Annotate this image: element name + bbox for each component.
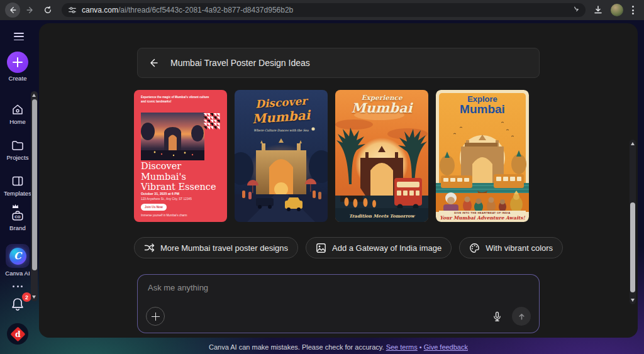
poster4-title-line2: Mumbai (436, 102, 529, 116)
mic-button[interactable] (487, 307, 506, 326)
shuffle-icon (144, 243, 155, 253)
back-arrow-icon[interactable] (148, 57, 159, 69)
sidebar-scrollbar-thumb[interactable] (32, 99, 37, 270)
microphone-icon (492, 311, 502, 322)
home-icon (11, 102, 25, 116)
footer-separator: • (419, 343, 422, 351)
address-bar[interactable]: canva.com/ai/thread/6cf5443c-2081-4a92-b… (62, 3, 586, 17)
poster-night-retro[interactable]: Discover Mumbai Where Culture Dances wit… (235, 90, 328, 222)
scroll-down-arrow[interactable] (32, 296, 36, 299)
suggestion-chips: More Mumbai travel poster designs Add a … (134, 237, 563, 258)
sidebar-item-canva-ai[interactable]: C Canva AI (0, 244, 35, 277)
thread-title: Mumbai Travel Poster Design Ideas (170, 58, 310, 68)
sidebar: Create Home Projects Templates (0, 20, 35, 354)
sidebar-item-home[interactable]: Home (0, 102, 35, 125)
poster4-tagline-script: Your Mumbai Adventure Awaits! (436, 215, 529, 221)
notification-badge: 2 (22, 292, 31, 302)
browser-profile-avatar[interactable] (611, 4, 623, 16)
scroll-up-arrow[interactable] (631, 142, 635, 145)
prompt-input[interactable] (148, 283, 450, 292)
poster1-intro: Experience the magic of Mumbai's vibrant… (141, 95, 211, 104)
screen: canva.com/ai/thread/6cf5443c-2081-4a92-b… (0, 0, 644, 354)
thread-scrollbar-thumb[interactable] (630, 202, 635, 292)
sidebar-item-templates[interactable]: Templates (0, 174, 35, 197)
arrow-up-icon (517, 312, 526, 321)
palette-icon (469, 243, 480, 253)
chip-vibrant-colors[interactable]: With vibrant colors (459, 237, 563, 258)
arrow-right-icon (26, 6, 35, 14)
give-feedback-link[interactable]: Give feedback (424, 343, 468, 351)
create-label: Create (8, 75, 26, 82)
poster-sunset-retro[interactable]: Experience Mumbai Tradition Meets Tomorr… (335, 90, 428, 222)
brand-kit-icon: CO (11, 209, 25, 223)
chip-more-designs[interactable]: More Mumbai travel poster designs (134, 237, 298, 258)
create-button[interactable]: Create (0, 52, 35, 82)
send-button[interactable] (512, 307, 531, 326)
thread-header: Mumbai Travel Poster Design Ideas (137, 48, 540, 78)
templates-icon (11, 174, 25, 188)
canva-ai-thread-panel: Mumbai Travel Poster Design Ideas Experi… (39, 23, 638, 338)
brand-co-text: CO (14, 214, 20, 219)
site-settings-icon (68, 6, 77, 14)
plus-icon (152, 313, 160, 321)
poster1-photo (141, 113, 204, 160)
poster3-title-line2: Mumbai (335, 100, 428, 116)
sidebar-item-projects[interactable]: Projects (0, 138, 35, 161)
see-terms-link[interactable]: See terms (386, 343, 418, 351)
sidebar-more-button[interactable] (0, 285, 35, 287)
scroll-up-arrow[interactable] (32, 94, 36, 97)
browser-menu-icon[interactable] (631, 4, 635, 16)
url-path: /ai/thread/6cf5443c-2081-4a92-b877-d8437… (118, 6, 293, 14)
browser-toolbar: canva.com/ai/thread/6cf5443c-2081-4a92-b… (0, 0, 644, 20)
chip-add-gateway-image[interactable]: Add a Gateway of India image (306, 237, 452, 258)
d-diamond-icon: d (10, 326, 25, 341)
sidebar-scrollbar[interactable] (31, 91, 38, 301)
browser-forward-button[interactable] (23, 3, 38, 18)
crown-icon (12, 204, 19, 209)
scroll-down-arrow[interactable] (631, 299, 635, 302)
bookmark-star-icon[interactable] (570, 6, 579, 15)
triangle-pattern (203, 113, 220, 130)
poster1-title: Discover Mumbai'sVibrant Essence (141, 161, 223, 192)
poster1-datetime: October 31, 2025 at 6 PM (141, 192, 179, 196)
canva-ai-icon: C (6, 244, 30, 268)
plus-icon (7, 52, 28, 73)
poster-results: Experience the magic of Mumbai's vibrant… (134, 90, 529, 222)
image-icon (316, 243, 326, 253)
disclaimer-text: Canva AI can make mistakes. Please check… (209, 343, 384, 351)
browser-back-button[interactable] (5, 3, 20, 18)
menu-hamburger-icon[interactable] (13, 31, 25, 41)
download-icon[interactable] (593, 5, 603, 15)
folder-icon (11, 138, 25, 152)
notifications-button[interactable]: 2 (0, 297, 35, 316)
poster3-tagline: Tradition Meets Tomorrow (335, 213, 428, 219)
prompt-composer[interactable] (137, 274, 540, 333)
poster1-address: 123 Anywhere St., Any City, ST 12345 (141, 197, 192, 201)
poster-red-event[interactable]: Experience the magic of Mumbai's vibrant… (134, 90, 227, 222)
arrow-left-icon (8, 6, 17, 14)
attach-button[interactable] (146, 307, 165, 326)
poster4-tagline-caps: DIVE INTO THE HEARTBEAT OF INDIA (436, 211, 529, 214)
canva-app: Create Home Projects Templates (0, 20, 644, 354)
d-logo[interactable]: d (0, 323, 35, 345)
poster1-footnote: Immerse yourself in Mumbai's charm (141, 214, 187, 217)
poster2-subtitle: Where Culture Dances with the Sea (235, 129, 328, 132)
poster1-join-button: Join Us Now (141, 204, 167, 211)
reload-icon (43, 6, 52, 14)
sidebar-item-brand[interactable]: CO Brand (0, 209, 35, 231)
url-domain: canva.com (82, 6, 118, 14)
more-dots-icon (13, 285, 23, 287)
browser-reload-button[interactable] (40, 3, 55, 18)
thread-scrollbar[interactable] (630, 140, 636, 304)
url-text: canva.com/ai/thread/6cf5443c-2081-4a92-b… (82, 6, 565, 14)
poster-vintage-cream[interactable]: Explore Mumbai DIVE INTO THE HEARTBEAT O… (436, 90, 529, 222)
browser-actions (592, 4, 639, 16)
disclaimer-bar: Canva AI can make mistakes. Please check… (39, 343, 638, 351)
